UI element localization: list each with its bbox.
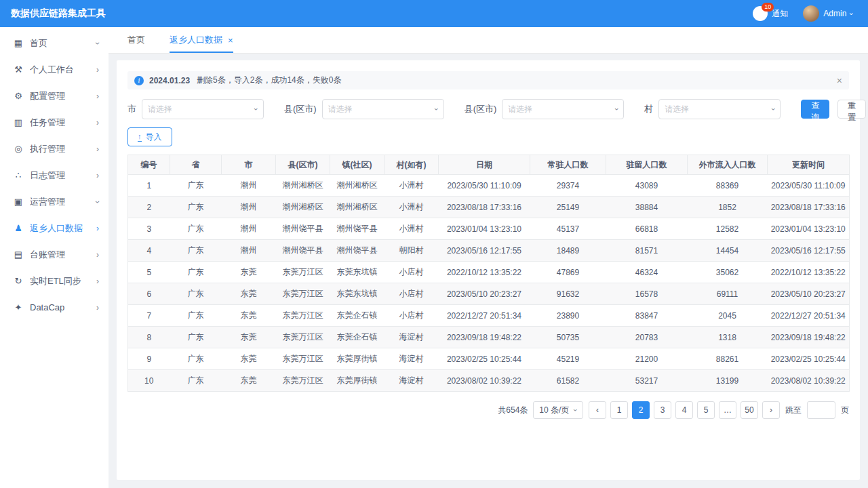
filter-select-3[interactable]: 请选择› [502,99,624,119]
table-cell: 23890 [530,305,606,327]
table-cell: 广东 [170,305,222,327]
chevron-right-icon: › [96,118,99,127]
table-header-cell: 更新时间 [768,155,850,175]
chevron-right-icon: › [96,92,99,101]
notification-button[interactable]: 10 通知 [753,6,788,21]
table-cell: 东莞厚街镇 [330,348,384,370]
import-button[interactable]: ↑ 导入 [127,127,172,146]
table-cell: 潮州 [222,218,276,240]
chevron-down-icon: › [770,108,778,110]
page-button-3[interactable]: 3 [654,401,671,419]
chevron-down-icon: › [848,12,856,15]
tab-home[interactable]: 首页 [127,27,145,53]
table-cell: 海淀村 [384,348,439,370]
table-row: 10广东东莞东莞万江区东莞厚街镇海淀村2023/08/02 10:39:2261… [128,370,850,392]
chevron-down-icon: › [433,108,441,110]
people-icon: ♟ [12,223,24,233]
user-menu[interactable]: Admin › [803,5,853,22]
table-cell: 广东 [170,327,222,348]
chevron-down-icon: › [572,409,580,411]
table-cell: 小店村 [384,283,439,305]
sidebar-item-execution[interactable]: ◎执行管理› [0,136,108,162]
table-cell: 小洲村 [384,197,439,218]
table-cell: 66818 [606,218,688,240]
sidebar-item-config[interactable]: ⚙配置管理› [0,83,108,109]
table-cell: 2 [128,197,170,218]
table-cell: 88261 [688,348,768,370]
table-cell: 东莞万江区 [276,370,330,392]
chevron-right-icon: › [96,277,99,286]
page-button-2[interactable]: 2 [632,401,650,419]
table-cell: 东莞厚街镇 [330,370,384,392]
table-cell: 61582 [530,370,606,392]
table-cell: 潮州 [222,175,276,197]
sidebar-item-ledger[interactable]: ▤台账管理› [0,241,108,268]
search-button[interactable]: 查询 [801,100,829,119]
chevron-down-icon: › [613,108,621,110]
filter-group: 市请选择› [127,99,264,119]
tab-population-data[interactable]: 返乡人口数据× [170,27,233,53]
table-cell: 2023/05/16 12:17:55 [439,240,530,262]
page-button-5[interactable]: 5 [697,401,715,419]
filter-label: 村 [644,103,653,115]
close-icon[interactable]: × [228,35,233,45]
sidebar-item-label: 配置管理 [30,90,96,102]
reset-button[interactable]: 重置 [837,100,866,119]
jump-page-input[interactable] [807,401,835,419]
sidebar-item-population[interactable]: ♟返乡人口数据› [0,215,108,241]
table-row: 1广东潮州潮州湘桥区潮州湘桥区小洲村2023/05/30 11:10:09293… [128,175,850,197]
sidebar-item-home[interactable]: ▦首页› [0,30,108,56]
sidebar-item-tasks[interactable]: ▥任务管理› [0,109,108,136]
sidebar-menu: ▦首页›⚒个人工作台›⚙配置管理›▥任务管理›◎执行管理›∴日志管理›▣运营管理… [0,30,108,321]
next-page-button[interactable]: › [762,401,780,419]
tab-label: 首页 [127,34,145,46]
filter-select-4[interactable]: 请选择› [658,99,781,119]
page-button-4[interactable]: 4 [675,401,693,419]
page-size-select[interactable]: 10 条/页 › [533,401,583,419]
table-cell: 1852 [688,197,768,218]
table-cell: 2023/02/25 10:25:44 [439,348,530,370]
app: 数据供应链路集成工具 10 通知 Admin › ▦首页›⚒个人工作台›⚙配置管… [0,0,868,488]
table-header-cell: 常驻人口数 [530,155,606,175]
table-cell: 潮州饶平县 [276,218,330,240]
table-cell: 29374 [530,175,606,197]
table-cell: 2045 [688,305,768,327]
sidebar-item-workbench[interactable]: ⚒个人工作台› [0,56,108,83]
prev-page-button[interactable]: ‹ [589,401,606,419]
table-cell: 45137 [530,218,606,240]
chevron-right-icon: › [96,224,99,233]
table-cell: 14454 [688,240,768,262]
table-cell: 潮州 [222,240,276,262]
sidebar-item-etl[interactable]: ↻实时ETL同步› [0,268,108,294]
table-cell: 潮州饶平县 [276,240,330,262]
sidebar-item-label: 日志管理 [30,169,96,182]
page-button-1[interactable]: 1 [610,401,628,419]
table-cell: 2023/09/18 19:48:22 [768,327,850,348]
filter-bar: 市请选择›县(区市)请选择›县(区市)请选择›村请选择› 查询 重置 [127,99,849,119]
sidebar-item-operations[interactable]: ▣运营管理› [0,188,108,215]
close-icon[interactable]: × [837,75,842,86]
monitor-icon: ▣ [12,197,24,207]
sidebar-item-label: 实时ETL同步 [30,275,96,287]
avatar [803,5,819,22]
pagination-pages: ‹12345…50› [589,401,780,419]
table-cell: 91632 [530,283,606,305]
filter-actions: 查询 重置 [801,100,866,119]
table-header-cell: 镇(社区) [330,155,384,175]
table-cell: 东莞万江区 [276,305,330,327]
table-cell: 东莞万江区 [276,327,330,348]
sidebar-item-logs[interactable]: ∴日志管理› [0,162,108,188]
table-cell: 东莞万江区 [276,262,330,283]
table-cell: 2023/05/16 12:17:55 [768,240,850,262]
sidebar-item-datacap[interactable]: ✦DataCap› [0,294,108,321]
sidebar-item-label: 返乡人口数据 [30,222,96,235]
filter-select-2[interactable]: 请选择› [322,99,444,119]
page-ellipsis[interactable]: … [719,401,736,419]
pagination-total: 共654条 [498,405,528,416]
filter-select-1[interactable]: 请选择› [142,99,264,119]
filter-label: 县(区市) [284,103,317,115]
table-header-cell: 外市流入人口数 [688,155,768,175]
page-button-50[interactable]: 50 [741,401,758,419]
table-cell: 25149 [530,197,606,218]
table-cell: 2023/08/02 10:39:22 [768,370,850,392]
